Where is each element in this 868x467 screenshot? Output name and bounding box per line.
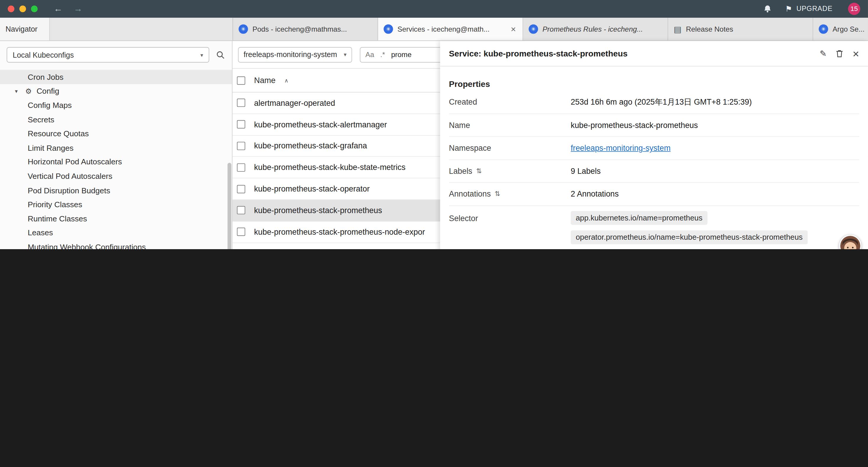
search-input[interactable]: Aa .* prome xyxy=(360,47,444,62)
value-text: kube-prometheus-stack-prometheus xyxy=(571,121,698,129)
sidebar-item-label: Vertical Pod Autoscalers xyxy=(28,172,113,181)
row-name: kube-prometheus-stack-thanos-ruler xyxy=(254,249,382,249)
sidebar-item-label: Config xyxy=(37,87,59,95)
navigator-label: Navigator xyxy=(6,25,37,33)
sidebar-tree: Cron Jobs▾⚙ConfigConfig MapsSecretsResou… xyxy=(0,70,232,249)
regex-toggle[interactable]: .* xyxy=(380,51,385,59)
details-drawer: Service: kube-prometheus-stack-prometheu… xyxy=(440,41,868,249)
row-checkbox[interactable] xyxy=(237,163,245,171)
row-checkbox[interactable] xyxy=(237,120,245,128)
chip-list: app.kubernetes.io/name=prometheusoperato… xyxy=(571,211,859,244)
detail-value: kube-prometheus-stack-prometheus xyxy=(571,121,859,129)
tab-5[interactable]: ✳Argo Se... xyxy=(813,18,868,40)
minimize-window-button[interactable] xyxy=(20,6,26,12)
notification-count-badge[interactable]: 15 xyxy=(848,3,860,15)
tab-2[interactable]: ✳Services - icecheng@math...× xyxy=(378,18,523,40)
row-name: kube-prometheus-stack-operator xyxy=(254,184,370,193)
back-button[interactable]: ← xyxy=(54,4,63,13)
name-column-header[interactable]: Name xyxy=(254,76,275,85)
sidebar-item-config-maps[interactable]: Config Maps xyxy=(0,98,232,112)
sidebar-item-vertical-pod-autoscalers[interactable]: Vertical Pod Autoscalers xyxy=(0,169,232,183)
sidebar-item-label: Mutating Webhook Configurations xyxy=(28,243,146,249)
zoom-window-button[interactable] xyxy=(31,6,37,12)
detail-label: Namespace xyxy=(449,144,571,152)
upgrade-flag-icon: ⚑ xyxy=(785,4,793,13)
notes-icon: ▤ xyxy=(674,24,682,34)
close-drawer-icon[interactable]: × xyxy=(852,48,859,59)
chevron-down-icon: ▾ xyxy=(200,52,203,58)
sidebar-item-mutating-webhook-configurations[interactable]: Mutating Webhook Configurations xyxy=(0,240,232,249)
namespace-selector-value: freeleaps-monitoring-system xyxy=(243,51,337,59)
chip: app.kubernetes.io/name=prometheus xyxy=(571,211,708,225)
sidebar-item-config[interactable]: ▾⚙Config xyxy=(0,84,232,98)
detail-label: Created xyxy=(449,97,571,107)
row-checkbox[interactable] xyxy=(237,142,245,150)
sidebar-item-priority-classes[interactable]: Priority Classes xyxy=(0,198,232,212)
row-checkbox[interactable] xyxy=(237,99,245,107)
sidebar-item-label: Pod Disruption Budgets xyxy=(28,186,110,195)
row-checkbox[interactable] xyxy=(237,228,245,236)
drawer-title: Service: kube-prometheus-stack-prometheu… xyxy=(449,49,811,58)
delete-resource-icon[interactable] xyxy=(836,49,844,58)
tab-label: Release Notes xyxy=(686,25,807,33)
upgrade-button[interactable]: ⚑ UPGRADE xyxy=(785,4,833,13)
gear-icon: ⚙ xyxy=(23,87,34,95)
kubeconfig-selector[interactable]: Local Kubeconfigs ▾ xyxy=(6,47,209,62)
notifications-bell-icon[interactable] xyxy=(763,4,772,13)
sidebar-item-horizontal-pod-autoscalers[interactable]: Horizontal Pod Autoscalers xyxy=(0,155,232,169)
namespace-selector[interactable]: freeleaps-monitoring-system ▾ xyxy=(238,47,352,62)
select-all-checkbox[interactable] xyxy=(237,76,245,85)
match-case-toggle[interactable]: Aa xyxy=(366,51,374,59)
detail-row: Created253d 16h 6m ago (2025年1月13日 GMT+8… xyxy=(449,91,859,114)
sidebar-item-secrets[interactable]: Secrets xyxy=(0,112,232,126)
detail-value: 253d 16h 6m ago (2025年1月13日 GMT+8 1:25:3… xyxy=(571,97,859,107)
namespace-link[interactable]: freeleaps-monitoring-system xyxy=(571,144,671,152)
chevron-down-icon[interactable]: ▾ xyxy=(12,88,20,94)
sidebar-item-runtime-classes[interactable]: Runtime Classes xyxy=(0,212,232,226)
detail-row: Labels⇅9 Labels xyxy=(449,160,859,183)
navigator-sidebar: Local Kubeconfigs ▾ Cron Jobs▾⚙ConfigCon… xyxy=(0,41,232,249)
value-text: 2 Annotations xyxy=(571,189,619,198)
sidebar-item-limit-ranges[interactable]: Limit Ranges xyxy=(0,141,232,155)
sidebar-item-leases[interactable]: Leases xyxy=(0,226,232,240)
detail-row: Namespacefreeleaps-monitoring-system xyxy=(449,137,859,160)
detail-label: Selector xyxy=(449,211,571,222)
navigator-tab[interactable]: Navigator xyxy=(0,18,50,40)
sidebar-item-pod-disruption-budgets[interactable]: Pod Disruption Budgets xyxy=(0,183,232,198)
sidebar-item-label: Priority Classes xyxy=(28,200,83,209)
kubeconfig-selector-value: Local Kubeconfigs xyxy=(13,51,74,59)
detail-value: app.kubernetes.io/name=prometheusoperato… xyxy=(571,211,859,244)
sidebar-item-label: Resource Quotas xyxy=(28,129,89,138)
row-name: kube-prometheus-stack-prometheus-node-ex… xyxy=(254,227,425,236)
search-query: prome xyxy=(391,51,411,59)
forward-button[interactable]: → xyxy=(73,4,83,13)
row-name: alertmanager-operated xyxy=(254,98,335,107)
detail-label-text: Name xyxy=(449,121,470,129)
detail-label-text: Selector xyxy=(449,213,478,222)
sidebar-item-resource-quotas[interactable]: Resource Quotas xyxy=(0,126,232,141)
tab-4[interactable]: ▤Release Notes xyxy=(668,18,813,40)
close-window-button[interactable] xyxy=(8,6,14,12)
detail-label-text: Namespace xyxy=(449,144,491,152)
sidebar-item-label: Config Maps xyxy=(28,101,72,110)
sidebar-item-cron-jobs[interactable]: Cron Jobs xyxy=(0,70,232,84)
detail-value: freeleaps-monitoring-system xyxy=(571,144,859,152)
edit-resource-icon[interactable]: ✎ xyxy=(819,49,827,59)
tab-3[interactable]: ✳Prometheus Rules - icecheng... xyxy=(523,18,668,40)
kubeconfig-bar: Local Kubeconfigs ▾ xyxy=(0,41,232,69)
drawer-header: Service: kube-prometheus-stack-prometheu… xyxy=(440,41,868,66)
sort-toggle-icon[interactable]: ⇅ xyxy=(476,167,482,175)
sidebar-item-label: Secrets xyxy=(28,115,54,124)
sidebar-search-icon[interactable] xyxy=(216,50,225,60)
sort-asc-icon[interactable]: ∧ xyxy=(284,77,288,83)
sidebar-scrollbar[interactable] xyxy=(227,163,231,249)
sort-toggle-icon[interactable]: ⇅ xyxy=(495,190,500,198)
chevron-down-icon: ▾ xyxy=(344,52,346,58)
sidebar-item-label: Leases xyxy=(28,229,53,237)
tab-1[interactable]: ✳Pods - icecheng@mathmas... xyxy=(233,18,378,40)
kubernetes-icon: ✳ xyxy=(529,24,538,34)
sidebar-item-label: Horizontal Pod Autoscalers xyxy=(28,157,122,167)
row-checkbox[interactable] xyxy=(237,206,245,214)
tab-close-icon[interactable]: × xyxy=(509,24,517,34)
row-checkbox[interactable] xyxy=(237,185,245,193)
